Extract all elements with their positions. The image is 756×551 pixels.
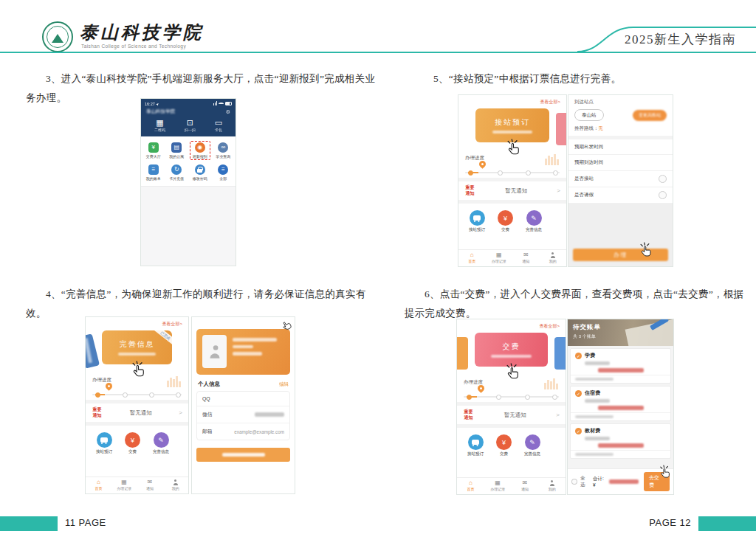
progress-track: [92, 394, 182, 395]
service-shortcuts: 接站预订 ¥交费 ✎完善信息: [86, 426, 188, 457]
tap-gesture-icon: [504, 363, 520, 384]
signal-icon: [213, 101, 218, 105]
tab-me: 我的: [162, 479, 188, 491]
app-payment-hall: ¥交费大厅: [142, 139, 165, 162]
wechat-row: 微信: [197, 406, 289, 423]
pickup-toggle: [659, 175, 667, 183]
service-complete-info: ✎完善信息: [526, 210, 542, 232]
blurred-bill-amount: [598, 443, 644, 448]
progress-dot: [468, 170, 473, 176]
home-icon: ⌂: [97, 479, 100, 485]
school-seal-logo: [42, 21, 73, 52]
mail-icon: ✉: [523, 252, 529, 258]
portal-header: 16:27 ➤ 泰山科技学院 ⚙ ▦二维码 ⊡扫一扫 ▭卡包: [141, 99, 236, 136]
battery-icon: [225, 102, 232, 105]
email-row: 邮箱example@example.com: [197, 423, 289, 440]
blurred-bill-deadline: [575, 378, 614, 381]
mail-icon: ✉: [523, 480, 528, 486]
checked-icon: ✓: [575, 390, 582, 397]
tab-records: ▦办理记录: [111, 479, 137, 491]
notice-empty-text: 暂无通知: [478, 412, 551, 419]
tab-bar: ⌂首页 ▦办理记录 ✉通知 我的: [86, 477, 188, 493]
progress-dot: [467, 395, 472, 400]
next-card-sliver: [554, 337, 566, 370]
pencil-icon: ✎: [154, 432, 169, 448]
progress-dot: [553, 170, 558, 176]
portal-app-title: 泰山科技学院: [146, 108, 175, 115]
profile-action-button: [196, 448, 290, 462]
mountain-icon: [52, 34, 63, 43]
progress-dot: [95, 392, 100, 398]
card-subtitle-blurred: [491, 355, 532, 358]
wifi-icon: [219, 103, 224, 105]
service-shortcuts: 接站预订 ¥交费 ✎完善信息: [458, 204, 566, 235]
screenshot-home-step4: 查看全部> 完善信息 已完成 办理进度 重要通知 暂无通知 > 接站预订 ¥交费…: [85, 316, 189, 494]
feature-carousel: 交费: [457, 331, 566, 374]
profile-header-card: [196, 329, 290, 375]
progress-track: [464, 396, 559, 398]
progress-dot: [176, 392, 181, 398]
guide-title: 2025新生入学指南: [625, 31, 736, 48]
card-title: 交费: [502, 342, 520, 352]
grid-icon: ▦: [121, 479, 127, 485]
avatar: [202, 335, 227, 368]
checkin-icon: ◉: [195, 142, 205, 153]
person-icon: [550, 480, 554, 486]
tab-notifications: ✉通知: [512, 252, 540, 263]
ticket-icon: ▭: [215, 119, 222, 127]
building-silhouette: [545, 154, 559, 165]
service-pickup: 接站预订: [96, 432, 112, 454]
tab-notifications: ✉通知: [512, 480, 539, 491]
tab-bar: ⌂首页 ▦办理记录 ✉通知 我的: [458, 249, 566, 266]
edit-link: 编辑: [279, 381, 289, 388]
blurred-button-text: [222, 453, 265, 457]
tab-me: 我的: [538, 480, 566, 491]
notice-empty-text: 暂无通知: [480, 187, 552, 195]
tab-notifications: ✉通知: [137, 479, 163, 491]
tap-gesture-icon: [659, 465, 672, 482]
station-pill: 泰山站: [574, 109, 604, 121]
leave-toggle: [659, 191, 667, 199]
card-title: 完善信息: [119, 339, 154, 350]
bills-list: ✓学费 ✓住宿费 ✓教材费: [568, 346, 673, 468]
screenshot-home-step5: 查看全部> 接站预订 办理进度 重要通知 暂无通知 > 接站预订 ¥交费 ✎完善…: [458, 94, 567, 267]
tab-records: ▦办理记录: [486, 252, 513, 263]
service-pay: ¥交费: [496, 434, 512, 457]
app-my-apartment: ▤我的公寓: [165, 139, 189, 162]
personal-info-title: 个人信息: [198, 381, 220, 388]
pay-icon: ¥: [125, 432, 140, 448]
notice-row: 重要通知 暂无通知 >: [457, 406, 566, 424]
app-welcome-checkin: ◉迎新报到: [188, 139, 212, 162]
feature-carousel: 接站预订: [458, 107, 566, 150]
school-name-chinese: 泰山科技学院: [80, 21, 204, 44]
bill-item-tuition: ✓学费: [570, 348, 671, 384]
quick-scan: ⊡扫一扫: [185, 119, 196, 132]
notice-empty-text: 暂无通知: [107, 409, 174, 417]
card-title: 接站预订: [495, 117, 530, 128]
bills-title: 待交账单: [573, 323, 668, 332]
building-silhouette: [544, 378, 558, 389]
app-academic-query: ∞学业查询: [212, 139, 236, 162]
tap-gesture-icon: [506, 139, 522, 159]
arrive-time-row: 预期到达时间: [568, 155, 673, 170]
arrive-station-label: 到达站点: [574, 99, 667, 105]
chevron-right-icon: >: [556, 412, 560, 418]
yen-icon: ¥: [148, 142, 159, 153]
pay-icon: ¥: [498, 210, 513, 226]
bus-icon: [468, 434, 484, 450]
chevron-right-icon: >: [179, 409, 182, 416]
service-shortcuts: 接站预订 ¥交费 ✎完善信息: [457, 428, 566, 460]
notice-row: 重要通知 暂无通知 >: [86, 403, 188, 422]
link-icon: ∞: [218, 142, 228, 153]
checked-icon: ✓: [575, 428, 582, 434]
grid-icon: ▦: [496, 252, 502, 258]
person-icon: [551, 252, 555, 258]
pickup-toggle-row: 是否接站: [568, 171, 673, 187]
home-icon: ⌂: [470, 252, 474, 258]
card-subtitle-blurred: [492, 131, 533, 134]
prev-card-sliver: [456, 337, 468, 370]
progress-dot: [526, 170, 531, 176]
bill-icon: ≡: [148, 164, 159, 175]
notice-row: 重要通知 暂无通知 >: [458, 181, 566, 200]
important-notice-tag: 重要通知: [92, 407, 103, 418]
